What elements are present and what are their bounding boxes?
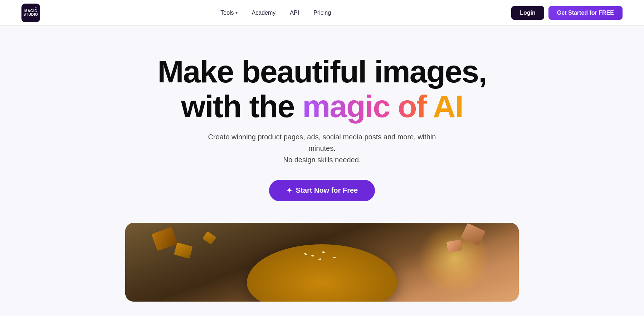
hero-of-word: of [390,88,433,124]
get-started-button[interactable]: Get Started for FREE [548,6,623,20]
start-now-button[interactable]: ✦ Start Now for Free [269,180,375,201]
logo[interactable]: ✦ MAGIC STUDIO [21,4,40,22]
nav-link-academy[interactable]: Academy [252,10,276,16]
product-preview [125,223,519,302]
nav-link-api[interactable]: API [290,10,299,16]
sparkle-icon: ✦ [286,186,292,195]
nav-link-pricing[interactable]: Pricing [313,10,331,16]
hero-subtitle: Create winning product pages, ads, socia… [197,131,447,165]
nav-actions: Login Get Started for FREE [511,6,623,20]
navbar: ✦ MAGIC STUDIO Tools ▾ Academy API Prici… [0,0,644,26]
hero-section: Make beautiful images, with the magic of… [0,26,644,316]
logo-star-icon: ✦ [34,5,37,9]
hero-title: Make beautiful images, with the magic of… [157,54,486,124]
food-particle [447,239,463,252]
hero-magic-word: magic [302,88,390,124]
nav-links: Tools ▾ Academy API Pricing [220,10,331,16]
nav-link-tools[interactable]: Tools ▾ [220,10,237,16]
chevron-down-icon: ▾ [235,10,238,15]
logo-text-studio: STUDIO [24,13,38,16]
hero-ai-word: AI [433,88,463,124]
logo-text-magic: MAGIC [24,9,38,13]
login-button[interactable]: Login [511,6,544,20]
